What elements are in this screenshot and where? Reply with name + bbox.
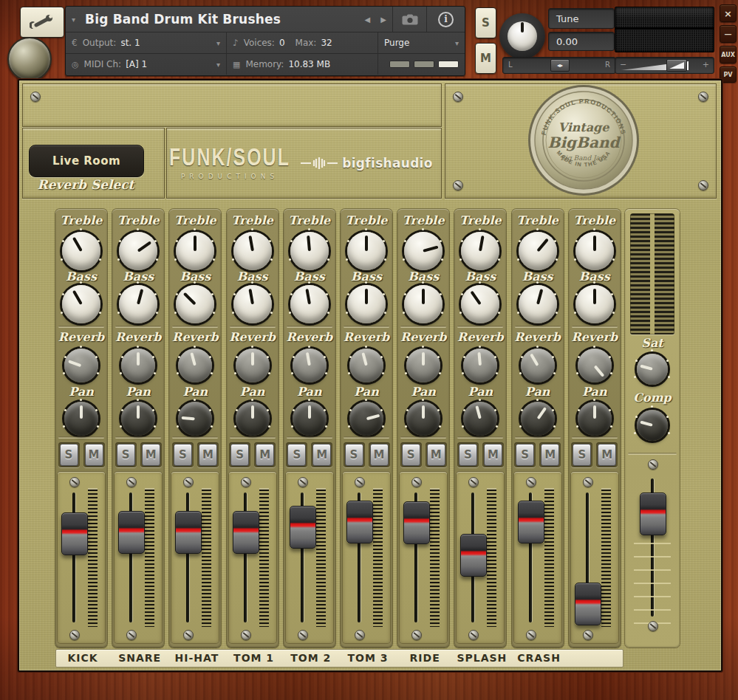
pan-label: Pan — [227, 385, 279, 399]
divider — [457, 326, 503, 328]
fader-handle[interactable] — [460, 534, 487, 577]
bass-knob[interactable] — [290, 285, 329, 323]
reverb-select-button[interactable]: Live Room — [29, 145, 144, 177]
close-button[interactable]: × — [720, 4, 737, 22]
minimize-button[interactable]: — — [720, 25, 737, 43]
channel-mute-button[interactable]: M — [199, 444, 217, 466]
tune-knob[interactable] — [499, 13, 545, 59]
fader-handle[interactable] — [175, 511, 202, 554]
treble-knob[interactable] — [575, 232, 614, 270]
pan-knob[interactable] — [406, 402, 440, 436]
wrench-edit-button[interactable] — [20, 7, 64, 38]
reverb-knob[interactable] — [406, 349, 440, 382]
treble-knob[interactable] — [347, 232, 386, 270]
fader-handle[interactable] — [290, 506, 316, 549]
next-instrument-button[interactable]: ▶ — [380, 16, 386, 24]
treble-knob[interactable] — [62, 232, 100, 270]
pan-knob[interactable] — [521, 402, 555, 436]
reverb-knob[interactable] — [578, 349, 612, 382]
channel-solo-button[interactable]: S — [573, 444, 591, 466]
pan-knob[interactable] — [293, 402, 327, 436]
volume-slider[interactable]: − + — [615, 57, 714, 74]
treble-knob[interactable] — [404, 232, 443, 270]
treble-knob[interactable] — [233, 232, 272, 270]
mute-header-button[interactable]: M — [475, 43, 496, 74]
treble-knob[interactable] — [519, 232, 557, 270]
divider — [344, 326, 389, 328]
treble-knob[interactable] — [290, 232, 329, 270]
channel-mute-button[interactable]: M — [484, 444, 502, 466]
fader-handle[interactable] — [61, 512, 88, 555]
compressor-knob[interactable] — [637, 410, 668, 441]
channel-mute-button[interactable]: M — [541, 444, 559, 466]
midi-channel-selector[interactable]: ◎ MIDI Ch: [A] 1 ▾ — [66, 54, 226, 75]
prev-instrument-button[interactable]: ◀ — [365, 16, 371, 24]
reverb-knob[interactable] — [236, 349, 270, 382]
reverb-knob[interactable] — [521, 349, 555, 382]
reverb-knob[interactable] — [349, 349, 383, 382]
pan-slider[interactable]: L R ◂▸ — [502, 57, 616, 74]
pan-knob[interactable] — [236, 402, 270, 436]
channel-solo-button[interactable]: S — [516, 444, 534, 466]
pan-knob[interactable] — [349, 402, 383, 436]
fader-handle[interactable] — [233, 511, 259, 554]
volume-slider-handle[interactable] — [666, 59, 687, 72]
channel-solo-button[interactable]: S — [117, 444, 135, 466]
channel-mute-button[interactable]: M — [142, 444, 160, 466]
fader-handle[interactable] — [518, 501, 544, 543]
channel-solo-button[interactable]: S — [230, 444, 249, 466]
reverb-knob[interactable] — [293, 349, 327, 382]
reverb-knob[interactable] — [64, 349, 98, 382]
pan-knob[interactable] — [121, 402, 155, 436]
pan-knob[interactable] — [578, 402, 612, 436]
saturation-knob[interactable] — [637, 354, 668, 385]
fader-handle[interactable] — [575, 583, 601, 625]
output-selector[interactable]: € Output: st. 1 ▾ — [66, 32, 226, 53]
fader-handle[interactable] — [346, 501, 373, 543]
bass-knob[interactable] — [404, 285, 443, 323]
fader-handle[interactable] — [118, 511, 145, 554]
solo-header-button[interactable]: S — [475, 7, 496, 38]
info-button[interactable]: i — [426, 7, 465, 32]
channel-mute-button[interactable]: M — [370, 444, 389, 466]
channel-solo-button[interactable]: S — [459, 444, 477, 466]
reverb-knob[interactable] — [121, 349, 155, 382]
purge-menu[interactable]: Purge ▾ — [377, 32, 465, 53]
master-fader-handle[interactable] — [640, 493, 666, 535]
treble-knob[interactable] — [461, 232, 499, 270]
pan-knob[interactable] — [178, 402, 212, 436]
treble-knob[interactable] — [176, 232, 214, 270]
reverb-knob[interactable] — [178, 349, 212, 382]
channel-mute-button[interactable]: M — [598, 444, 616, 466]
channel-mute-button[interactable]: M — [427, 444, 445, 466]
bass-knob[interactable] — [519, 285, 557, 323]
fader-handle[interactable] — [403, 501, 430, 544]
channel-solo-button[interactable]: S — [345, 444, 363, 466]
channel-mute-button[interactable]: M — [256, 444, 274, 466]
bass-knob[interactable] — [233, 285, 272, 323]
bass-knob[interactable] — [461, 285, 499, 323]
channel-solo-button[interactable]: S — [287, 444, 306, 466]
bass-knob[interactable] — [176, 285, 214, 323]
channel-solo-button[interactable]: S — [402, 444, 420, 466]
bass-knob[interactable] — [575, 285, 614, 323]
channel-solo-button[interactable]: S — [174, 444, 192, 466]
snapshot-camera-button[interactable] — [392, 7, 426, 32]
treble-knob[interactable] — [119, 232, 157, 270]
pan-knob[interactable] — [64, 402, 98, 436]
bass-knob[interactable] — [62, 285, 100, 323]
pan-knob[interactable] — [463, 402, 497, 436]
instrument-collapse-arrow[interactable]: ▾ — [66, 7, 85, 32]
channel-solo-button[interactable]: S — [60, 444, 78, 466]
channel-mute-button[interactable]: M — [312, 444, 331, 466]
reverb-knob[interactable] — [463, 349, 497, 382]
pan-slider-handle[interactable]: ◂▸ — [550, 59, 570, 72]
treble-label: Treble — [512, 213, 564, 227]
aux-button[interactable]: AUX — [720, 46, 737, 64]
bass-knob[interactable] — [119, 285, 157, 323]
master-fader-ticks — [634, 543, 671, 628]
bass-label: Bass — [512, 270, 564, 284]
bass-knob[interactable] — [347, 285, 386, 323]
tune-value-box[interactable]: 0.00 — [548, 32, 615, 51]
channel-mute-button[interactable]: M — [85, 444, 103, 466]
